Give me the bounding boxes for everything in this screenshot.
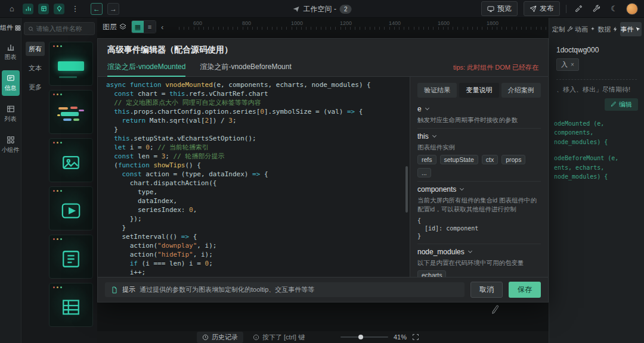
modal-tip: tips: 此时组件 DOM 已经存在 [453, 63, 538, 72]
close-icon[interactable]: × [571, 61, 574, 68]
edit-button[interactable]: 编辑 [605, 98, 638, 111]
rail-item-info[interactable]: 信息 [2, 70, 20, 96]
tab-events[interactable]: 事件 [620, 22, 642, 36]
variable-tag[interactable]: echarts [417, 270, 446, 277]
form-thumbnail[interactable] [49, 235, 93, 279]
zoom-slider-handle[interactable] [358, 335, 363, 339]
history-button[interactable]: 历史记录 [197, 332, 243, 343]
workspace-badge: 2 [340, 5, 352, 14]
preview-button[interactable]: 预览 [481, 1, 518, 16]
hint-strip: 提示 通过提供的参数可为图表增加定制化的tooltip、交互事件等等 [105, 282, 465, 297]
layers-button[interactable]: 图层 [103, 22, 126, 32]
code-line: action("downplay", i); [106, 241, 410, 250]
variable-tag[interactable]: refs [417, 155, 436, 164]
avatar[interactable] [626, 3, 638, 15]
rail-item-list[interactable]: 列表 [2, 101, 20, 127]
category-tab[interactable]: 所有 [26, 42, 45, 56]
code-line: }); [106, 214, 410, 223]
undo-button[interactable]: ← [91, 3, 103, 15]
variable-section-header[interactable]: e [417, 105, 541, 113]
variable-tag[interactable]: ctx [482, 155, 498, 164]
tab-animation[interactable]: 动画 [574, 22, 596, 36]
dark-mode-icon[interactable]: ☾ [608, 3, 620, 15]
event-code-line: odeBeforeMount (e, [554, 154, 642, 163]
info-circle-icon [253, 334, 259, 341]
template-app-icon[interactable] [38, 4, 49, 14]
monitor-icon [487, 5, 494, 13]
hint-badge: 提示 [122, 285, 135, 294]
variable-section-header[interactable]: this [417, 132, 541, 141]
tab-data[interactable]: 数据 [597, 22, 619, 36]
chart-app-icon[interactable] [23, 4, 33, 14]
modal-title: 高级事件编辑器（配合源码使用） [98, 39, 548, 59]
code-scrollbar[interactable] [405, 166, 408, 213]
widget-icon [7, 136, 15, 144]
docs-tab[interactable]: 介绍案例 [501, 83, 541, 98]
lifecycle-tab[interactable]: 渲染之前-vnodeBeforeMount [200, 59, 291, 77]
collapse-panel-button[interactable]: ‹ [161, 23, 163, 32]
table-icon [7, 105, 15, 113]
ruler-number: 1400 [389, 20, 438, 26]
category-tab[interactable]: 文本 [26, 61, 45, 75]
event-code-preview: odeMounted (e, components,node_modules) … [549, 114, 644, 182]
rail-item-widgets[interactable]: 小组件 [2, 132, 20, 158]
word-cloud-art [54, 99, 88, 130]
material-app-icon[interactable] [54, 4, 64, 14]
fit-screen-icon[interactable] [412, 333, 419, 341]
top-header: ⌂ ⋮ ← → 工作空间 - 2 预览 发布 [0, 0, 644, 18]
tab-customize[interactable]: 定制 [552, 22, 573, 36]
variable-tag[interactable]: ... [417, 168, 431, 177]
code-editor[interactable]: async function vnodeMounted(e, component… [98, 77, 410, 277]
docs-tab[interactable]: 变量说明 [459, 83, 499, 98]
pencil-icon [611, 101, 617, 107]
ruler-number: 1800 [487, 20, 535, 26]
search-input[interactable] [36, 25, 91, 32]
event-tag-chip[interactable]: 入 × [556, 58, 579, 71]
variable-section-header[interactable]: components [417, 185, 541, 194]
event-chip-row: 入 × [549, 57, 644, 72]
info-card-thumbnail[interactable] [49, 42, 93, 86]
variable-section-header[interactable]: node_modules [417, 248, 541, 256]
word-cloud-thumbnail[interactable] [49, 90, 93, 134]
info-icon [7, 74, 15, 82]
rail-item-charts[interactable]: 图表 [2, 39, 20, 65]
layers-icon [119, 23, 126, 30]
video-thumbnail[interactable] [49, 186, 93, 230]
redo-button[interactable]: → [107, 3, 119, 15]
lifecycle-tab[interactable]: 渲染之后-vnodeMounted [107, 59, 185, 77]
search-icon [28, 26, 34, 32]
header-actions: 预览 发布 ☾ [481, 1, 638, 16]
cancel-button[interactable]: 取消 [470, 282, 503, 298]
variable-tag[interactable]: props [501, 155, 525, 164]
ruler-number: 1600 [438, 20, 487, 26]
table-thumbnail[interactable] [49, 283, 93, 327]
component-thumbnails [49, 42, 93, 343]
category-tab[interactable]: 更多 [26, 80, 45, 94]
home-icon[interactable]: ⌂ [6, 3, 18, 15]
code-line: (function showTips() { [106, 161, 410, 170]
window-dots [53, 142, 62, 144]
more-menu-icon[interactable]: ⋮ [69, 3, 81, 15]
image-thumbnail[interactable] [49, 138, 93, 182]
zoom-percent: 41% [394, 333, 407, 341]
code-line: return Math.sqrt(val[2]) / 3; [106, 116, 410, 125]
wrench-icon[interactable] [590, 3, 602, 15]
zoom-slider[interactable] [340, 336, 388, 338]
tools-icon[interactable] [572, 3, 584, 15]
component-panel: 所有文本更多 [21, 18, 97, 343]
window-dots [53, 238, 62, 240]
event-code-line: ents, echarts, node_modules) { [554, 163, 642, 182]
grid-view-button[interactable]: ▦ [132, 21, 144, 33]
code-line: } [106, 125, 410, 134]
code-line: type, [106, 188, 410, 197]
code-line: i++; [106, 268, 410, 277]
horizontal-ruler: 60080010001200140016001800 [179, 20, 549, 30]
code-line: this.setupState.vEchartsSetOption(); [106, 134, 410, 143]
component-search[interactable] [24, 22, 95, 35]
publish-button[interactable]: 发布 [524, 1, 560, 16]
docs-tab[interactable]: 验证结果 [417, 83, 457, 98]
variable-tag[interactable]: setupState [440, 155, 478, 164]
docs-tab-bar: 验证结果变量说明介绍案例 [417, 83, 541, 98]
list-view-button[interactable]: ≡ [144, 21, 156, 33]
save-button[interactable]: 保存 [509, 282, 541, 298]
